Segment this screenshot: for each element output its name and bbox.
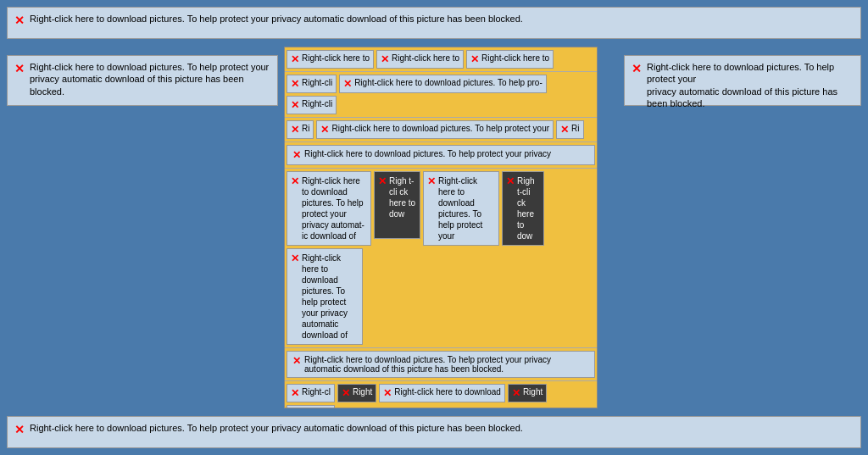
x-icon: ✕ — [291, 99, 299, 111]
small-block: ✕ Right-click here to download pictures.… — [339, 75, 547, 93]
x-icon: ✕ — [343, 78, 352, 90]
blocked-text: Right-click here to download pictures. T… — [30, 422, 523, 434]
x-icon: ✕ — [320, 124, 329, 136]
left-large-blocked: ✕ Right-click here to download pictures.… — [7, 55, 278, 106]
wide-block: ✕ Right-click here to download pictures.… — [287, 145, 595, 165]
x-icon: ✕ — [291, 387, 299, 399]
x-icon: ✕ — [14, 62, 25, 75]
ca-row-4: ✕ Right-click here to download pictures.… — [285, 142, 597, 169]
tall-block: ✕ Right-click here to download pictures.… — [423, 171, 499, 246]
x-icon: ✕ — [291, 124, 299, 136]
x-icon: ✕ — [427, 175, 436, 187]
blocked-text: Right-click here to download pictures. T… — [647, 61, 854, 109]
small-block: ✕ Ri — [556, 120, 583, 139]
x-icon: ✕ — [512, 387, 520, 399]
small-block: ✕ Right-cl — [287, 384, 335, 402]
ca-row-5: ✕ Right-click here to download pictures.… — [285, 169, 597, 348]
x-icon: ✕ — [378, 175, 387, 187]
x-icon: ✕ — [14, 423, 25, 436]
small-block: ✕ Right-click here to — [376, 50, 464, 69]
x-icon: ✕ — [291, 252, 299, 264]
small-block: ✕ Right-click here to — [287, 50, 374, 69]
x-icon: ✕ — [292, 355, 301, 367]
bottom-banner-blocked: ✕ Right-click here to download pictures.… — [7, 416, 861, 448]
small-block: ✕ Right-cli — [287, 75, 337, 93]
small-block: ✕ Right-click here to — [466, 50, 554, 69]
small-block: ✕ Right-click here to download — [379, 384, 505, 402]
small-block: ✕ Ri — [287, 120, 314, 139]
central-area: ✕ Right-click here to ✕ Right-click here… — [284, 47, 598, 408]
x-icon: ✕ — [342, 387, 350, 399]
small-block: ✕ Right-click here to download pictures.… — [316, 120, 554, 139]
small-block-dark: ✕ Right — [508, 384, 547, 402]
x-icon: ✕ — [292, 149, 301, 161]
tall-block: ✕ Right-click here to download pictures.… — [287, 248, 363, 345]
x-icon: ✕ — [381, 53, 389, 65]
x-icon: ✕ — [560, 124, 569, 136]
tall-block-dark: ✕ Righ t-cli ck here to dow — [374, 171, 420, 239]
x-icon: ✕ — [291, 53, 299, 65]
right-large-blocked: ✕ Right-click here to download pictures.… — [624, 55, 861, 106]
blocked-text: Right-click here to download pictures. T… — [30, 61, 270, 97]
wide-block: ✕ Right-click here to download pictures.… — [287, 351, 595, 378]
x-icon: ✕ — [506, 175, 515, 187]
ca-row-1: ✕ Right-click here to ✕ Right-click here… — [285, 47, 597, 72]
small-block-dark: ✕ Right — [337, 384, 376, 402]
tall-block: ✕ Right-click here to download pictures.… — [287, 171, 371, 246]
small-block: ✕ Right-cl — [287, 405, 335, 408]
x-icon: ✕ — [291, 78, 299, 90]
blocked-text: Right-click here to download pictures. T… — [30, 13, 523, 25]
x-icon: ✕ — [14, 14, 25, 27]
top-banner-blocked: ✕ Right-click here to download pictures.… — [7, 7, 861, 39]
ca-row-2: ✕ Right-cli ✕ Right-click here to downlo… — [285, 72, 597, 118]
x-icon: ✕ — [383, 387, 392, 399]
small-block: ✕ Right-cli — [287, 96, 337, 114]
x-icon: ✕ — [632, 62, 642, 75]
x-icon: ✕ — [291, 175, 299, 187]
ca-row-6: ✕ Right-click here to download pictures.… — [285, 348, 597, 381]
tall-block-dark: ✕ Righ t-cli ck here to dow — [502, 171, 544, 246]
ca-row-3: ✕ Ri ✕ Right-click here to download pict… — [285, 118, 597, 142]
ca-row-7: ✕ Right-cl ✕ Right ✕ Right-click here to… — [285, 381, 597, 408]
x-icon: ✕ — [470, 53, 479, 65]
